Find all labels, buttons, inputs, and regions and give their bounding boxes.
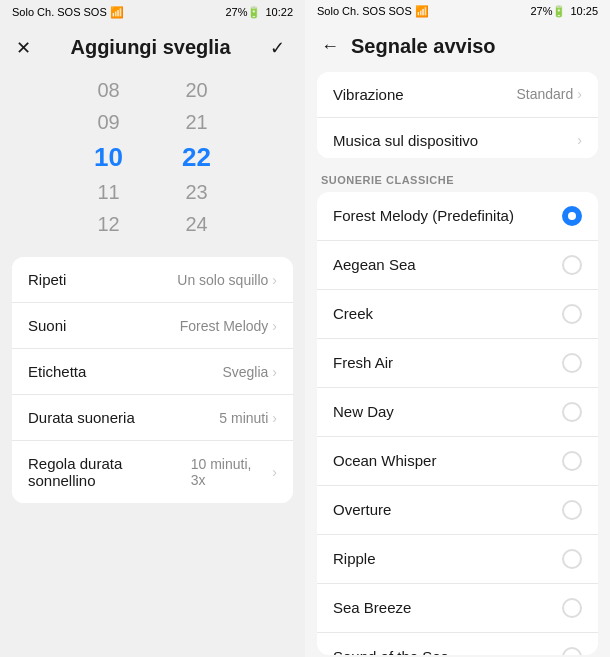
vibration-value: Standard ›: [517, 86, 583, 102]
time-left: 10:22: [265, 6, 293, 18]
radio-7: [562, 549, 582, 569]
carrier-right: Solo Ch. SOS: [317, 5, 385, 17]
hour-12: 12: [85, 209, 133, 239]
sos-icon-right: SOS: [388, 5, 411, 17]
ringtone-ripple[interactable]: Ripple: [317, 535, 598, 584]
time-right: 10:25: [570, 5, 598, 17]
ringtone-fresh-air[interactable]: Fresh Air: [317, 339, 598, 388]
chevron-repeat: ›: [272, 272, 277, 288]
radio-6: [562, 500, 582, 520]
alarm-header: ✕ Aggiungi sveglia ✓: [0, 24, 305, 67]
minute-24: 24: [173, 209, 221, 239]
chevron-sound: ›: [272, 318, 277, 334]
ringtone-name-1: Aegean Sea: [333, 256, 416, 273]
ringtone-overture[interactable]: Overture: [317, 486, 598, 535]
ringtone-new-day[interactable]: New Day: [317, 388, 598, 437]
label-label: Etichetta: [28, 363, 86, 380]
sound-label: Suoni: [28, 317, 66, 334]
alarm-title: Aggiungi sveglia: [70, 36, 230, 59]
radio-1: [562, 255, 582, 275]
minute-23: 23: [173, 177, 221, 207]
label-value: Sveglia ›: [222, 364, 277, 380]
minute-20: 20: [173, 75, 221, 105]
ringtone-name-8: Sea Breeze: [333, 599, 411, 616]
radio-2: [562, 304, 582, 324]
wifi-icon-right: 📶: [415, 5, 429, 18]
time-picker: 08 09 10 11 12 20 21 22 23 24: [0, 67, 305, 251]
ringtone-ocean-whisper[interactable]: Ocean Whisper: [317, 437, 598, 486]
radio-0: [562, 206, 582, 226]
chevron-label: ›: [272, 364, 277, 380]
hour-column[interactable]: 08 09 10 11 12: [85, 75, 133, 239]
ringtone-sea-breeze[interactable]: Sea Breeze: [317, 584, 598, 633]
repeat-label: Ripeti: [28, 271, 66, 288]
sound-value: Forest Melody ›: [180, 318, 277, 334]
chevron-snooze: ›: [272, 464, 277, 480]
ringtone-creek[interactable]: Creek: [317, 290, 598, 339]
left-panel: Solo Ch. SOS SOS 📶 27%🔋 10:22 ✕ Aggiungi…: [0, 0, 305, 657]
radio-4: [562, 402, 582, 422]
repeat-setting[interactable]: Ripeti Un solo squillo ›: [12, 257, 293, 303]
carrier-left: Solo Ch. SOS: [12, 6, 80, 18]
radio-8: [562, 598, 582, 618]
status-left: Solo Ch. SOS SOS 📶: [12, 6, 124, 19]
alarm-settings-list: Ripeti Un solo squillo › Suoni Forest Me…: [12, 257, 293, 503]
wifi-icon-left: 📶: [110, 6, 124, 19]
right-panel-title: Segnale avviso: [351, 35, 496, 58]
radio-3: [562, 353, 582, 373]
right-panel-header: ← Segnale avviso: [305, 23, 610, 66]
repeat-value: Un solo squillo ›: [177, 272, 277, 288]
chevron-vibration: ›: [577, 86, 582, 102]
vibration-label: Vibrazione: [333, 86, 404, 103]
close-icon[interactable]: ✕: [16, 37, 31, 59]
vibration-item[interactable]: Vibrazione Standard ›: [317, 72, 598, 118]
duration-label: Durata suoneria: [28, 409, 135, 426]
hour-08: 08: [85, 75, 133, 105]
duration-setting[interactable]: Durata suoneria 5 minuti ›: [12, 395, 293, 441]
ringtone-name-7: Ripple: [333, 550, 376, 567]
sos-icon-left: SOS: [83, 6, 106, 18]
battery-right: 27%🔋: [530, 5, 566, 18]
minute-column[interactable]: 20 21 22 23 24: [173, 75, 221, 239]
sound-setting[interactable]: Suoni Forest Melody ›: [12, 303, 293, 349]
status-bar-left: Solo Ch. SOS SOS 📶 27%🔋 10:22: [0, 0, 305, 24]
minute-21: 21: [173, 107, 221, 137]
status-right-left: 27%🔋 10:22: [225, 6, 293, 19]
ringtone-name-3: Fresh Air: [333, 354, 393, 371]
back-arrow-icon[interactable]: ←: [321, 36, 339, 57]
ringtone-name-6: Overture: [333, 501, 391, 518]
device-music-label: Musica sul dispositivo: [333, 132, 478, 149]
chevron-music: ›: [577, 132, 582, 148]
right-panel: Solo Ch. SOS SOS 📶 27%🔋 10:25 ← Segnale …: [305, 0, 610, 657]
ringtone-name-2: Creek: [333, 305, 373, 322]
check-icon[interactable]: ✓: [270, 37, 285, 59]
chevron-duration: ›: [272, 410, 277, 426]
ringtone-sound-of-the-sea[interactable]: Sound of the Sea: [317, 633, 598, 655]
device-music-value: ›: [577, 132, 582, 148]
snooze-setting[interactable]: Regola durata sonnellino 10 minuti, 3x ›: [12, 441, 293, 503]
ringtone-aegean-sea[interactable]: Aegean Sea: [317, 241, 598, 290]
classic-ringtones-title: SUONERIE CLASSICHE: [305, 164, 610, 190]
device-music-item[interactable]: Musica sul dispositivo ›: [317, 118, 598, 158]
status-right-right: 27%🔋 10:25: [530, 5, 598, 18]
hour-09: 09: [85, 107, 133, 137]
label-setting[interactable]: Etichetta Sveglia ›: [12, 349, 293, 395]
ringtone-name-0: Forest Melody (Predefinita): [333, 207, 514, 224]
snooze-label: Regola durata sonnellino: [28, 455, 191, 489]
ringtone-name-4: New Day: [333, 403, 394, 420]
duration-value: 5 minuti ›: [219, 410, 277, 426]
top-settings-section: Vibrazione Standard › Musica sul disposi…: [317, 72, 598, 158]
minute-22: 22: [173, 139, 221, 175]
ringtone-list: Forest Melody (Predefinita) Aegean Sea C…: [317, 192, 598, 655]
status-left-right: Solo Ch. SOS SOS 📶: [317, 5, 429, 18]
status-bar-right: Solo Ch. SOS SOS 📶 27%🔋 10:25: [305, 0, 610, 23]
radio-5: [562, 451, 582, 471]
hour-10: 10: [85, 139, 133, 175]
ringtone-name-5: Ocean Whisper: [333, 452, 436, 469]
radio-9: [562, 647, 582, 655]
ringtone-name-9: Sound of the Sea: [333, 648, 449, 655]
battery-left: 27%🔋: [225, 6, 261, 19]
hour-11: 11: [85, 177, 133, 207]
snooze-value: 10 minuti, 3x ›: [191, 456, 277, 488]
ringtone-forest-melody[interactable]: Forest Melody (Predefinita): [317, 192, 598, 241]
